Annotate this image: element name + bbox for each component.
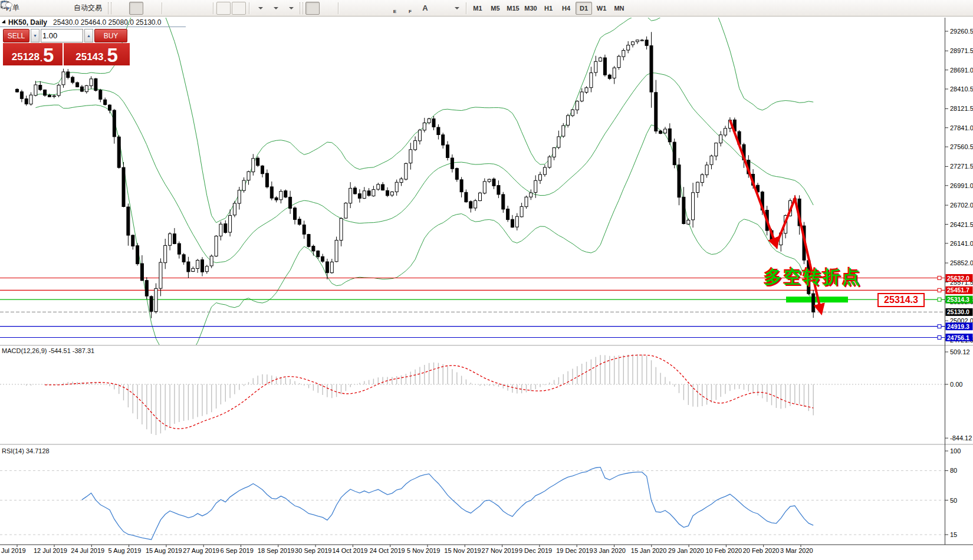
autotrading-button[interactable]: 自动交易 [70, 2, 106, 15]
sell-price-dot: . [40, 52, 42, 65]
svg-text:80: 80 [950, 467, 957, 474]
timeframe-button-h4[interactable]: H4 [558, 2, 574, 15]
zoom-out-button[interactable] [180, 2, 195, 15]
svg-text:15 Jan 2020: 15 Jan 2020 [631, 547, 667, 554]
svg-text:29260.5: 29260.5 [950, 28, 973, 35]
timeframe-button-m1[interactable]: M1 [469, 2, 486, 15]
toolbar-separator [213, 2, 213, 14]
buy-price-frac: 5 [107, 45, 117, 65]
caret-down-icon [274, 7, 278, 9]
market-watch-icon[interactable] [24, 2, 38, 15]
line-chart-mode-button[interactable] [144, 2, 159, 15]
templates-button[interactable] [283, 2, 297, 15]
rsi-indicator-label: RSI(14) 34.7128 [2, 447, 50, 454]
svg-text:30 Sep 2019: 30 Sep 2019 [295, 547, 331, 554]
line-handle[interactable] [938, 276, 941, 280]
tile-windows-icon[interactable] [196, 2, 210, 15]
collapse-triangle-icon[interactable] [2, 19, 7, 25]
toolbar-separator [338, 2, 338, 14]
svg-text:26141.0: 26141.0 [950, 240, 973, 247]
auto-scroll-button[interactable] [216, 2, 231, 15]
svg-text:25632.0: 25632.0 [947, 275, 969, 282]
trendline-tool-button[interactable] [372, 2, 386, 15]
navigator-icon[interactable] [55, 2, 69, 15]
svg-text:27560.5: 27560.5 [950, 143, 973, 150]
svg-text:3 Mar 2020: 3 Mar 2020 [780, 547, 813, 554]
mt4-application: 订单 自动交易 [0, 0, 973, 560]
periods-button[interactable] [268, 2, 282, 15]
sell-button[interactable]: SELL [3, 29, 29, 42]
turning-point-annotation[interactable]: 多空转折点 [764, 265, 862, 289]
text-tool-glyph: A [422, 4, 428, 12]
line-handle[interactable] [938, 288, 941, 292]
buy-button[interactable]: BUY [94, 29, 127, 42]
cursor-tool-button[interactable] [305, 2, 320, 15]
candlestick-mode-button[interactable] [129, 2, 143, 15]
autotrading-label: 自动交易 [74, 3, 102, 13]
buy-price-display[interactable]: 25143 . 5 [64, 43, 130, 65]
svg-text:509.12: 509.12 [950, 348, 970, 355]
text-tool-button[interactable]: A [418, 2, 432, 15]
toolbar-grip [108, 2, 111, 14]
indicators-button[interactable] [252, 2, 267, 15]
price-axis: 29260.528971.528691.028410.528121.527841… [945, 28, 973, 344]
volume-input[interactable] [41, 29, 83, 42]
svg-text:15 Nov 2019: 15 Nov 2019 [444, 547, 481, 554]
chart-shift-button[interactable] [232, 2, 246, 15]
zoom-in-button[interactable] [165, 2, 179, 15]
rsi-pane[interactable] [0, 467, 945, 540]
trend-arrow[interactable] [730, 120, 776, 245]
horizontal-line-tool-button[interactable] [357, 2, 371, 15]
chat-icon[interactable] [953, 2, 967, 15]
timeframe-button-d1[interactable]: D1 [576, 2, 592, 15]
svg-text:5 Nov 2019: 5 Nov 2019 [407, 547, 440, 554]
symbol-period-label: HK50, Daily [8, 18, 47, 27]
crosshair-tool-button[interactable] [321, 2, 335, 15]
macd-pane[interactable] [0, 354, 945, 435]
sell-price-display[interactable]: 25128 . 5 [3, 43, 63, 65]
svg-text:15 Aug 2019: 15 Aug 2019 [146, 547, 182, 554]
svg-text:5 Aug 2019: 5 Aug 2019 [109, 547, 142, 554]
sell-price-frac: 5 [43, 45, 54, 65]
svg-text:25852.0: 25852.0 [950, 259, 973, 266]
svg-text:27271.5: 27271.5 [950, 163, 973, 170]
equidistant-channel-tool-button[interactable]: E [387, 2, 402, 15]
macd-histogram [17, 354, 813, 435]
search-icon[interactable] [938, 2, 952, 15]
vertical-line-tool-button[interactable] [341, 2, 356, 15]
volume-decrease-button[interactable]: ▼ [31, 29, 40, 42]
macd-axis: 509.120.00-844.12 [945, 348, 972, 442]
timeframe-button-mn[interactable]: MN [611, 2, 627, 15]
timeframe-button-m5[interactable]: M5 [487, 2, 504, 15]
data-window-icon[interactable] [40, 2, 54, 15]
arrows-tool-button[interactable] [449, 2, 463, 15]
text-label-tool-button[interactable]: T [433, 2, 448, 15]
line-handle[interactable] [938, 325, 941, 328]
svg-text:10 Feb 2020: 10 Feb 2020 [705, 547, 742, 554]
svg-text:3 Jan 2020: 3 Jan 2020 [594, 547, 626, 554]
timeframe-button-m15[interactable]: M15 [505, 2, 521, 15]
svg-text:28410.5: 28410.5 [950, 85, 973, 93]
timeframe-group: M1M5M15M30H1H4D1W1MN [469, 2, 628, 15]
svg-text:28971.5: 28971.5 [950, 47, 973, 54]
buy-price-dot: . [104, 52, 107, 65]
macd-indicator-label: MACD(12,26,9) -544.51 -387.31 [2, 347, 94, 354]
svg-text:25130.0: 25130.0 [947, 308, 969, 315]
toolbar-separator [466, 2, 466, 14]
sell-price-main: 25128 [12, 50, 40, 65]
svg-text:14 Oct 2019: 14 Oct 2019 [332, 547, 367, 554]
svg-text:0.00: 0.00 [950, 381, 962, 388]
fibonacci-tool-button[interactable]: F [403, 2, 417, 15]
timeframe-button-m30[interactable]: M30 [522, 2, 539, 15]
bar-chart-mode-button[interactable] [114, 2, 128, 15]
caret-down-icon [455, 7, 459, 9]
main-price-pane[interactable] [0, 0, 945, 358]
svg-text:24 Oct 2019: 24 Oct 2019 [370, 547, 405, 554]
one-click-trading-panel: SELL ▼ ▲ BUY 25128 . 5 25143 . 5 [3, 29, 130, 65]
volume-increase-button[interactable]: ▲ [84, 29, 93, 42]
line-handle[interactable] [938, 336, 941, 340]
price-callout-label[interactable]: 25314.3 [877, 293, 925, 307]
timeframe-button-h1[interactable]: H1 [540, 2, 557, 15]
timeframe-button-w1[interactable]: W1 [593, 2, 610, 15]
line-handle[interactable] [938, 298, 941, 301]
